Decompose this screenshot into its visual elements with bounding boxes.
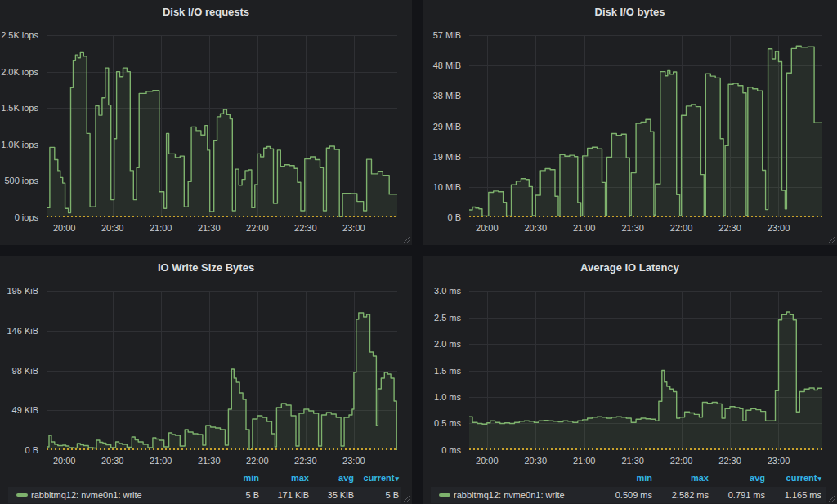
plot-area[interactable] bbox=[47, 35, 397, 217]
series-area bbox=[47, 52, 397, 217]
y-axis-tick-label: 2.0 ms bbox=[423, 339, 461, 349]
x-axis-tick-label: 22:00 bbox=[246, 456, 269, 466]
x-axis-tick-label: 21:30 bbox=[621, 456, 644, 466]
x-axis-tick-label: 20:30 bbox=[101, 223, 124, 233]
legend-header-current[interactable]: current▾ bbox=[786, 473, 821, 483]
legend-header-current-label: current bbox=[364, 473, 395, 483]
y-axis-tick-label: 49 KiB bbox=[0, 405, 38, 415]
series-area bbox=[469, 46, 822, 217]
x-axis-tick-label: 20:00 bbox=[53, 456, 76, 466]
x-axis-tick-label: 20:30 bbox=[524, 456, 547, 466]
x-axis-tick-label: 20:30 bbox=[524, 223, 547, 233]
x-axis-tick-label: 20:00 bbox=[476, 223, 499, 233]
y-axis-tick-label: 146 KiB bbox=[0, 326, 38, 336]
legend-header-max[interactable]: max bbox=[291, 473, 309, 483]
x-axis-tick-label: 20:30 bbox=[101, 456, 124, 466]
x-axis-tick-label: 22:30 bbox=[294, 223, 317, 233]
legend-value-current: 1.165 ms bbox=[785, 490, 821, 500]
legend-header-current[interactable]: current▾ bbox=[364, 473, 399, 483]
sort-caret-icon: ▾ bbox=[395, 475, 399, 483]
x-axis-tick-label: 21:30 bbox=[198, 223, 221, 233]
y-axis-tick-label: 0 B bbox=[0, 445, 38, 455]
legend-value-min: 5 B bbox=[245, 490, 259, 500]
y-axis-tick-label: 195 KiB bbox=[0, 286, 38, 296]
x-axis-tick-label: 21:00 bbox=[150, 223, 172, 233]
chart-canvas[interactable] bbox=[469, 291, 822, 450]
panel-title[interactable]: Average IO Latency bbox=[423, 261, 837, 274]
series-name[interactable]: rabbitmq12: nvme0n1: write bbox=[31, 490, 142, 500]
y-axis-tick-label: 19 MiB bbox=[423, 152, 461, 162]
series-color-swatch[interactable] bbox=[439, 493, 450, 497]
legend-header-avg[interactable]: avg bbox=[750, 473, 765, 483]
legend-value-min: 0.509 ms bbox=[615, 490, 652, 500]
y-axis-tick-label: 10 MiB bbox=[423, 182, 461, 192]
legend-header-avg[interactable]: avg bbox=[338, 473, 354, 483]
y-axis-tick-label: 0 iops bbox=[0, 212, 38, 222]
y-axis-tick-label: 1.5 ms bbox=[423, 366, 461, 376]
panel-average-io-latency: Average IO Latency min max avg current▾ … bbox=[423, 256, 837, 504]
panel-title[interactable]: Disk I/O requests bbox=[0, 6, 412, 18]
y-axis-tick-label: 500 iops bbox=[0, 176, 38, 185]
x-axis-tick-label: 22:00 bbox=[670, 223, 693, 233]
y-axis-tick-label: 2.5K iops bbox=[0, 30, 38, 40]
x-axis-tick-label: 21:00 bbox=[573, 223, 596, 233]
panel-resize-handle[interactable] bbox=[403, 495, 410, 502]
y-axis-tick-label: 2.0K iops bbox=[0, 67, 38, 77]
panel-disk-io-bytes: Disk I/O bytes 0 B10 MiB19 MiB29 MiB38 M… bbox=[423, 0, 837, 245]
x-axis-tick-label: 23:00 bbox=[342, 223, 365, 233]
x-axis-tick-label: 22:30 bbox=[718, 456, 741, 466]
x-axis-tick-label: 21:30 bbox=[198, 456, 221, 466]
chart-canvas[interactable] bbox=[47, 291, 397, 450]
x-axis-tick-label: 23:00 bbox=[768, 223, 790, 233]
dashboard: Disk I/O requests 0 iops500 iops1.0K iop… bbox=[0, 0, 837, 504]
y-axis-tick-label: 38 MiB bbox=[423, 91, 461, 100]
panel-io-write-size: IO Write Size Bytes min max avg current▾… bbox=[0, 256, 412, 504]
y-axis-tick-label: 1.0 ms bbox=[423, 392, 461, 402]
x-axis-tick-label: 21:00 bbox=[573, 456, 596, 466]
plot-area[interactable] bbox=[469, 35, 822, 217]
y-axis-tick-label: 3.0 ms bbox=[423, 286, 461, 296]
plot-area[interactable] bbox=[469, 291, 822, 450]
x-axis-tick-label: 23:00 bbox=[342, 456, 365, 466]
x-axis-tick-label: 21:30 bbox=[621, 223, 644, 233]
x-axis-tick-label: 20:00 bbox=[53, 223, 76, 233]
y-axis-tick-label: 98 KiB bbox=[0, 366, 38, 376]
x-axis-tick-label: 20:00 bbox=[476, 456, 499, 466]
y-axis-tick-label: 1.0K iops bbox=[0, 140, 38, 149]
y-axis-tick-label: 0.5 ms bbox=[423, 418, 461, 428]
y-axis-tick-label: 1.5K iops bbox=[0, 103, 38, 113]
chart-canvas[interactable] bbox=[469, 35, 822, 217]
x-axis-tick-label: 21:00 bbox=[150, 456, 172, 466]
panel-disk-io-requests: Disk I/O requests 0 iops500 iops1.0K iop… bbox=[0, 0, 412, 245]
panel-resize-handle[interactable] bbox=[828, 495, 835, 502]
chart-canvas[interactable] bbox=[47, 35, 397, 217]
series-area bbox=[469, 312, 822, 450]
y-axis-tick-label: 0 B bbox=[423, 212, 461, 222]
panel-title[interactable]: IO Write Size Bytes bbox=[0, 261, 412, 274]
legend-value-max: 2.582 ms bbox=[672, 490, 709, 500]
x-axis-tick-label: 22:00 bbox=[670, 456, 693, 466]
legend-value-avg: 0.791 ms bbox=[728, 490, 765, 500]
y-axis-tick-label: 48 MiB bbox=[423, 60, 461, 70]
panel-resize-handle[interactable] bbox=[403, 236, 410, 243]
panel-resize-handle[interactable] bbox=[828, 236, 835, 243]
x-axis-tick-label: 22:30 bbox=[294, 456, 317, 466]
series-color-swatch[interactable] bbox=[16, 493, 28, 497]
series-name[interactable]: rabbitmq12: nvme0n1: write bbox=[454, 490, 565, 500]
series-line bbox=[469, 312, 822, 424]
y-axis-tick-label: 29 MiB bbox=[423, 122, 461, 132]
legend-value-avg: 35 KiB bbox=[328, 490, 354, 500]
series-line bbox=[47, 313, 397, 450]
y-axis-tick-label: 57 MiB bbox=[423, 30, 461, 40]
legend-header-min[interactable]: min bbox=[243, 473, 259, 483]
y-axis-tick-label: 2.5 ms bbox=[423, 313, 461, 323]
x-axis-tick-label: 22:30 bbox=[718, 223, 741, 233]
legend-header-min[interactable]: min bbox=[636, 473, 652, 483]
plot-area[interactable] bbox=[47, 291, 397, 450]
y-axis-tick-label: 0 ms bbox=[423, 445, 461, 455]
legend-header-current-label: current bbox=[786, 473, 817, 483]
x-axis-tick-label: 22:00 bbox=[246, 223, 269, 233]
sort-caret-icon: ▾ bbox=[817, 475, 821, 483]
panel-title[interactable]: Disk I/O bytes bbox=[423, 6, 837, 18]
legend-header-max[interactable]: max bbox=[691, 473, 709, 483]
